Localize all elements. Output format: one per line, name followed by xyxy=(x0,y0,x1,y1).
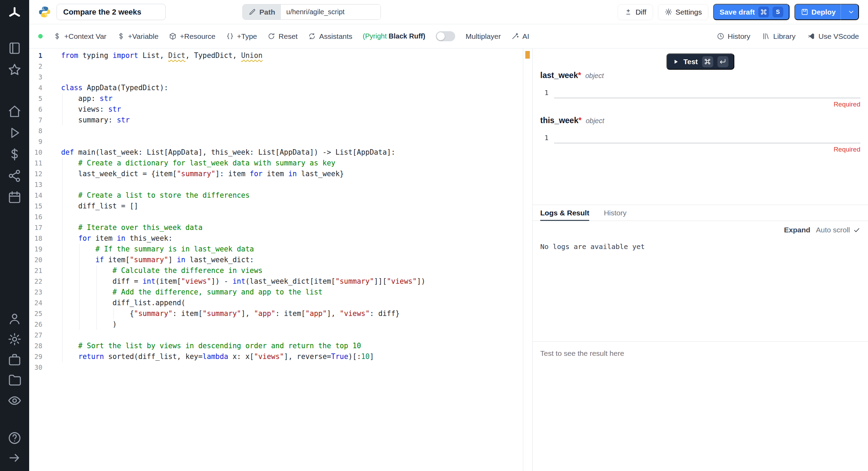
code-line[interactable]: 4class AppData(TypedDict): xyxy=(29,83,523,93)
code-line[interactable]: 16 xyxy=(29,212,523,222)
folder-icon[interactable] xyxy=(7,373,22,387)
no-logs-message: No logs are available yet xyxy=(533,234,868,251)
code-line[interactable]: 29 return sorted(diff_list, key=lambda x… xyxy=(29,351,523,362)
library-button[interactable]: Library xyxy=(762,32,795,41)
indent-guide xyxy=(79,244,80,255)
star-icon[interactable] xyxy=(7,62,22,77)
calendar-icon[interactable] xyxy=(7,190,22,205)
code-line[interactable]: 21 # Calculate the difference in views xyxy=(29,265,523,276)
arg-value-field[interactable] xyxy=(554,129,860,143)
indent-guide xyxy=(79,276,80,287)
tab-logs-result[interactable]: Logs & Result xyxy=(540,205,589,221)
enter-key-badge xyxy=(717,56,728,67)
code-line[interactable]: 2 xyxy=(29,61,523,72)
diff-button[interactable]: Diff xyxy=(618,4,653,20)
indent-guide xyxy=(62,179,62,190)
notebook-icon[interactable] xyxy=(7,41,22,55)
indent-guide xyxy=(79,255,80,265)
indent-guide xyxy=(62,276,62,287)
path-group: Path u/henri/agile_script xyxy=(242,4,381,20)
line-number: 26 xyxy=(29,319,42,330)
script-title-input[interactable]: Compare the 2 weeks xyxy=(57,4,166,20)
deploy-button[interactable]: Deploy xyxy=(794,4,859,20)
editor-scrollbar[interactable] xyxy=(523,49,532,471)
add-resource-button[interactable]: +Resource xyxy=(169,32,215,41)
play-icon[interactable] xyxy=(7,126,22,140)
add-type-button[interactable]: +Type xyxy=(226,32,257,41)
code-editor[interactable]: 1from typing import List, Dict, TypedDic… xyxy=(29,49,523,471)
use-vscode-button[interactable]: Use VScode xyxy=(807,32,859,41)
help-icon[interactable] xyxy=(7,431,22,445)
reset-button[interactable]: Reset xyxy=(267,32,298,41)
arrow-right-icon[interactable] xyxy=(7,451,22,465)
line-number: 8 xyxy=(29,126,42,136)
code-line[interactable]: 6 views: str xyxy=(29,104,523,115)
save-draft-button[interactable]: Save draft S xyxy=(713,4,790,20)
settings-button[interactable]: Settings xyxy=(658,4,709,20)
code-line[interactable]: 15 diff_list = [] xyxy=(29,201,523,212)
topbar: Compare the 2 weeks Path u/henri/agile_s… xyxy=(29,0,868,24)
line-number: 1 xyxy=(540,129,553,143)
line-number: 9 xyxy=(29,136,42,147)
user-icon[interactable] xyxy=(7,311,22,326)
ai-button[interactable]: AI xyxy=(511,32,529,41)
code-line[interactable]: 24 diff_list.append( xyxy=(29,298,523,308)
code-line[interactable]: 22 diff = int(item["views"]) - int(last_… xyxy=(29,276,523,287)
code-line[interactable]: 3 xyxy=(29,72,523,83)
code-line[interactable]: 26 ) xyxy=(29,319,523,330)
line-number: 27 xyxy=(29,330,42,341)
code-line[interactable]: 17 # Iterate over this_week data xyxy=(29,222,523,233)
code-line[interactable]: 8 xyxy=(29,126,523,136)
briefcase-icon[interactable] xyxy=(7,352,22,367)
line-number: 29 xyxy=(29,351,42,362)
line-number: 25 xyxy=(29,308,42,319)
arg-value-field[interactable] xyxy=(554,84,860,98)
code-line[interactable]: 13 xyxy=(29,179,523,190)
code-line[interactable]: 30 xyxy=(29,362,523,373)
hub-icon[interactable] xyxy=(7,169,22,183)
add-variable-button[interactable]: +Variable xyxy=(117,32,159,41)
required-badge: Required xyxy=(540,146,860,153)
code-line[interactable]: 20 if item["summary"] in last_week_dict: xyxy=(29,255,523,265)
code-line[interactable]: 19 # If the summary is in last_week data xyxy=(29,244,523,255)
code-line[interactable]: 25 {"summary": item["summary"], "app": i… xyxy=(29,308,523,319)
code-line[interactable]: 7 summary: str xyxy=(29,115,523,126)
expand-button[interactable]: Expand xyxy=(784,226,810,234)
test-button[interactable]: Test xyxy=(666,53,734,70)
autoscroll-toggle[interactable]: Auto scroll xyxy=(816,226,860,234)
indent-guide xyxy=(62,351,62,362)
deploy-dropdown-button[interactable] xyxy=(844,4,858,20)
line-number: 22 xyxy=(29,276,42,287)
indent-guide xyxy=(97,319,97,330)
code-line[interactable]: 23 # Add the difference, summary and app… xyxy=(29,287,523,298)
indent-guide xyxy=(62,104,62,115)
eye-icon[interactable] xyxy=(7,393,22,408)
arg-input-last-week[interactable]: 1 xyxy=(540,84,860,98)
windmill-logo[interactable] xyxy=(0,0,29,26)
multiplayer-toggle[interactable] xyxy=(436,31,455,41)
path-input[interactable]: u/henri/agile_script xyxy=(281,5,381,19)
indent-guide xyxy=(62,212,62,222)
wand-icon xyxy=(511,32,519,40)
code-line[interactable]: 18 for item in this_week: xyxy=(29,233,523,244)
home-icon[interactable] xyxy=(7,104,22,119)
code-line[interactable]: 11 # Create a dictionary for last_week d… xyxy=(29,158,523,169)
code-line[interactable]: 14 # Create a list to store the differen… xyxy=(29,190,523,201)
assistants-status: (Pyright Black Ruff) xyxy=(363,32,425,40)
path-edit-button[interactable]: Path xyxy=(243,5,281,19)
code-line[interactable]: 5 app: str xyxy=(29,93,523,104)
dollar-icon[interactable] xyxy=(7,147,22,162)
code-line[interactable]: 10def main(last_week: List[AppData], thi… xyxy=(29,147,523,158)
code-line[interactable]: 28 # Sort the list by views in descendin… xyxy=(29,341,523,351)
assistants-button[interactable]: Assistants xyxy=(308,32,352,41)
tab-history[interactable]: History xyxy=(604,205,626,221)
code-line[interactable]: 12 last_week_dict = {item["summary"]: it… xyxy=(29,169,523,179)
code-line[interactable]: 1from typing import List, Dict, TypedDic… xyxy=(29,50,523,61)
history-clock-icon xyxy=(717,32,725,40)
arg-input-this-week[interactable]: 1 xyxy=(540,129,860,143)
code-line[interactable]: 9 xyxy=(29,136,523,147)
add-context-var-button[interactable]: +Context Var xyxy=(53,32,107,41)
code-line[interactable]: 27 xyxy=(29,330,523,341)
gear-icon[interactable] xyxy=(7,332,22,346)
history-button[interactable]: History xyxy=(717,32,750,41)
